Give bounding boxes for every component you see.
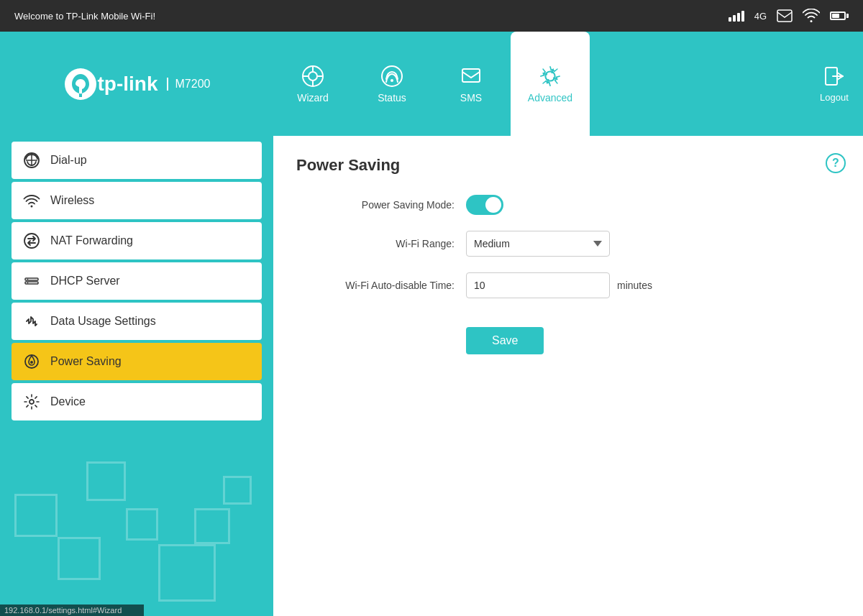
mail-icon bbox=[777, 9, 793, 22]
svg-rect-0 bbox=[777, 10, 792, 22]
status-bar-right: 4G bbox=[729, 9, 849, 23]
svg-point-17 bbox=[31, 206, 33, 208]
wifi-range-select[interactable]: Low Medium High bbox=[466, 231, 610, 257]
toggle-knob bbox=[485, 197, 501, 213]
power-saving-toggle[interactable] bbox=[466, 195, 503, 215]
datausage-icon bbox=[23, 313, 40, 330]
tab-wizard[interactable]: Wizard bbox=[273, 32, 352, 136]
sidebar-item-dialup[interactable]: Dial-up bbox=[12, 142, 262, 179]
sidebar-item-datausage[interactable]: Data Usage Settings bbox=[12, 303, 262, 340]
sidebar-item-wireless[interactable]: Wireless bbox=[12, 182, 262, 219]
wifi-autodisable-label: Wi-Fi Auto-disable Time: bbox=[296, 280, 455, 291]
sidebar-dhcp-label: DHCP Server bbox=[50, 275, 120, 288]
wifi-icon bbox=[803, 9, 820, 23]
status-bar: Welcome to TP-Link Mobile Wi-Fi! 4G bbox=[0, 0, 863, 32]
dhcp-icon bbox=[23, 272, 40, 290]
dialup-icon bbox=[23, 152, 40, 169]
sidebar-datausage-label: Data Usage Settings bbox=[50, 315, 156, 328]
sidebar-device-label: Device bbox=[50, 395, 86, 408]
sidebar-wireless-label: Wireless bbox=[50, 194, 94, 207]
svg-point-18 bbox=[24, 234, 39, 248]
sidebar-dialup-label: Dial-up bbox=[50, 154, 87, 167]
battery-icon bbox=[830, 12, 849, 20]
sidebar-item-nat[interactable]: NAT Forwarding bbox=[12, 222, 262, 259]
sidebar: Dial-up Wireless NAT Forwarding bbox=[0, 136, 273, 616]
wifi-autodisable-row: Wi-Fi Auto-disable Time: minutes bbox=[296, 272, 840, 298]
svg-point-21 bbox=[27, 279, 29, 280]
wizard-icon bbox=[301, 65, 324, 88]
url-bar: 192.168.0.1/settings.html#Wizard bbox=[0, 604, 144, 616]
power-saving-mode-label: Power Saving Mode: bbox=[296, 199, 455, 211]
content-area: Power Saving ? Power Saving Mode: Wi-Fi … bbox=[273, 136, 863, 616]
wifi-autodisable-suffix: minutes bbox=[617, 280, 652, 291]
page-title: Power Saving bbox=[296, 156, 840, 175]
wireless-icon bbox=[23, 192, 40, 209]
sidebar-item-powersaving[interactable]: Power Saving bbox=[12, 343, 262, 380]
help-icon[interactable]: ? bbox=[826, 153, 846, 173]
sidebar-item-device[interactable]: Device bbox=[12, 383, 262, 420]
tab-advanced[interactable]: Advanced bbox=[511, 32, 590, 136]
save-button[interactable]: Save bbox=[466, 327, 544, 354]
logout-icon bbox=[823, 65, 846, 88]
logo-area: tp-link M7200 bbox=[0, 32, 273, 136]
wifi-autodisable-input[interactable] bbox=[466, 272, 610, 298]
svg-point-9 bbox=[391, 79, 393, 82]
tab-advanced-label: Advanced bbox=[528, 92, 572, 104]
save-row: Save bbox=[296, 316, 840, 354]
tab-wizard-label: Wizard bbox=[297, 92, 329, 104]
sidebar-powersaving-label: Power Saving bbox=[50, 355, 122, 368]
status-icon bbox=[380, 65, 403, 88]
svg-point-11 bbox=[545, 71, 554, 81]
nav-tabs: Wizard Status SMS bbox=[273, 32, 805, 136]
wifi-autodisable-control: minutes bbox=[466, 272, 652, 298]
device-icon bbox=[23, 393, 40, 410]
nat-icon bbox=[23, 232, 40, 249]
status-bar-title: Welcome to TP-Link Mobile Wi-Fi! bbox=[14, 11, 155, 22]
tab-status[interactable]: Status bbox=[352, 32, 432, 136]
svg-point-8 bbox=[382, 66, 402, 86]
logo-text: tp-link M7200 bbox=[98, 73, 211, 96]
powersaving-icon bbox=[23, 353, 40, 370]
power-saving-mode-row: Power Saving Mode: bbox=[296, 195, 840, 215]
tplink-logo-icon bbox=[63, 67, 98, 101]
logout-label: Logout bbox=[820, 92, 849, 103]
main-layout: Dial-up Wireless NAT Forwarding bbox=[0, 136, 863, 616]
sms-icon bbox=[460, 65, 483, 88]
power-saving-mode-control bbox=[466, 195, 503, 215]
tab-sms[interactable]: SMS bbox=[432, 32, 511, 136]
logout-button[interactable]: Logout bbox=[805, 32, 863, 136]
tab-status-label: Status bbox=[378, 92, 406, 104]
advanced-icon bbox=[539, 65, 562, 88]
svg-rect-10 bbox=[462, 69, 480, 82]
wifi-range-control: Low Medium High bbox=[466, 231, 610, 257]
svg-point-25 bbox=[29, 400, 34, 404]
tab-sms-label: SMS bbox=[460, 92, 482, 104]
network-type: 4G bbox=[754, 11, 767, 22]
svg-point-3 bbox=[309, 72, 317, 81]
sidebar-item-dhcp[interactable]: DHCP Server bbox=[12, 262, 262, 300]
wifi-range-label: Wi-Fi Range: bbox=[296, 238, 455, 249]
header: tp-link M7200 Wizard Status bbox=[0, 32, 863, 136]
sidebar-nat-label: NAT Forwarding bbox=[50, 234, 133, 247]
wifi-range-row: Wi-Fi Range: Low Medium High bbox=[296, 231, 840, 257]
svg-point-24 bbox=[30, 361, 33, 364]
svg-point-22 bbox=[27, 282, 29, 284]
signal-icon bbox=[729, 11, 744, 22]
